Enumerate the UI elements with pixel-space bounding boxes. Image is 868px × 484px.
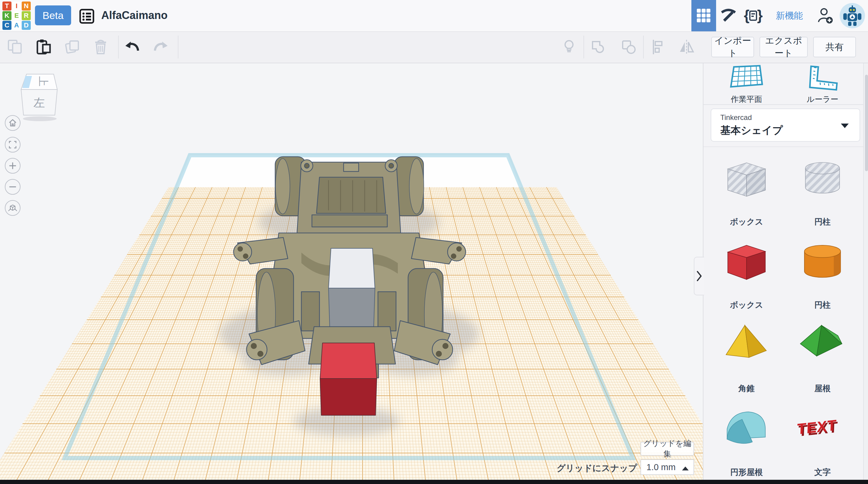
robot-avatar-icon [840,3,865,28]
tinkercad-app: T I N K E R C A D Beta AlfaCaimano [0,0,868,484]
view-cube[interactable]: 上 左 [18,71,63,124]
new-features-link[interactable]: 新機能 [776,10,803,22]
toolbar-separator [643,36,644,58]
delete-icon[interactable] [92,38,109,56]
shape-tile-orange-cylinder[interactable]: 円柱 [792,237,852,312]
minecraft-export-button[interactable] [716,0,741,31]
chevron-right-icon [696,270,703,282]
logo-tile: N [22,1,31,10]
copy-icon[interactable] [7,38,24,56]
toolbar-separator [118,36,119,58]
shape-tile-red-box[interactable]: ボックス [716,237,777,312]
logo-tile: C [2,21,11,30]
perspective-toggle-button[interactable] [5,200,21,216]
logo-tile: T [2,1,11,10]
tips-icon[interactable] [561,38,578,56]
ruler-icon [804,64,841,92]
shape-tile-striped-cylinder[interactable]: 円柱 [792,154,852,229]
snap-to-grid-label: グリッドにスナップ [557,462,637,474]
import-button[interactable]: インポート [711,37,754,57]
ruler-tool[interactable]: ルーラー [795,64,849,104]
svg-text:}: } [757,7,763,23]
group-icon[interactable] [590,38,607,56]
zoom-out-button[interactable] [5,179,21,195]
white-gray-box[interactable] [329,248,375,327]
share-button[interactable]: 共有 [813,37,856,57]
caret-down-icon [841,124,849,128]
shape-tile-pyramid[interactable]: 角錐 [716,320,777,396]
workplane-icon [728,64,765,92]
zoom-in-button[interactable] [5,158,21,174]
logo-tile: K [2,11,11,20]
header-right-cluster: { } 新機能 [691,0,868,31]
logo-tile: R [22,11,31,20]
toolbar: インポート エクスポート 共有 [0,31,868,63]
export-button[interactable]: エクスポート [760,37,808,57]
snap-grid-select[interactable]: 1.0 mm [641,459,694,475]
design-title[interactable]: AlfaCaimano [101,9,167,22]
panel-scrollbar[interactable] [863,63,868,484]
design-list-icon[interactable] [79,8,95,25]
undo-icon[interactable] [124,38,141,56]
ungroup-icon[interactable] [620,38,637,56]
codeblocks-button[interactable]: { } [741,0,766,31]
caret-up-icon [682,466,689,471]
viewcube-front-label: 左 [33,96,45,109]
caption-bar [0,480,868,484]
invite-button[interactable] [813,0,838,31]
panel-divider [704,147,868,147]
tinkercad-logo[interactable]: T I N K E R C A D [2,1,31,30]
library-name: 基本シェイプ [720,124,783,138]
paste-icon[interactable] [35,38,52,56]
pickaxe-icon [720,7,737,24]
mirror-icon[interactable] [678,38,695,56]
scrollbar-thumb[interactable] [865,75,868,171]
avatar[interactable] [840,3,865,28]
shape-tile-round-roof[interactable]: 円形屋根 [716,404,777,480]
align-icon[interactable] [650,38,667,56]
workplane-tool[interactable]: 作業平面 [719,64,774,104]
redo-icon[interactable] [152,38,169,56]
shapes-panel: 作業平面 ルーラー Tinkercad 基本シェイプ [703,63,868,484]
panel-collapse-handle[interactable] [694,257,704,295]
svg-text:{: { [744,7,749,23]
shape-tile-text[interactable]: TEXT TEXT 文字 [792,404,852,480]
codeblocks-icon: { } [743,7,763,24]
toolbar-separator [178,36,179,58]
panel-tools-row: 作業平面 ルーラー [704,63,868,105]
shape-tile-striped-box[interactable]: ボックス [716,154,777,229]
duplicate-icon[interactable] [64,38,81,56]
home-view-button[interactable] [5,115,21,131]
logo-tile: E [12,11,21,20]
red-box[interactable] [320,343,377,415]
toolbar-separator [584,36,584,58]
shape-tile-roof[interactable]: 屋根 [792,320,852,396]
header: T I N K E R C A D Beta AlfaCaimano [0,0,868,32]
viewcube-top-label: 上 [38,76,49,87]
blocks-view-button[interactable] [691,0,716,31]
add-person-icon [817,7,834,24]
logo-tile: D [22,21,31,30]
logo-tile: A [12,21,21,30]
logo-tile: I [12,1,21,10]
library-brand: Tinkercad [720,113,752,122]
3d-viewport[interactable]: 上 左 グリッドを編集 グリッドにスナップ 1.0 mm [0,63,703,484]
beta-button[interactable]: Beta [35,5,71,25]
snap-grid-value: 1.0 mm [647,462,676,472]
edit-grid-button[interactable]: グリッドを編集 [641,442,694,456]
workplane-scene [0,63,703,484]
shape-library-dropdown[interactable]: Tinkercad 基本シェイプ [711,109,860,142]
zoom-to-fit-button[interactable] [5,137,21,152]
